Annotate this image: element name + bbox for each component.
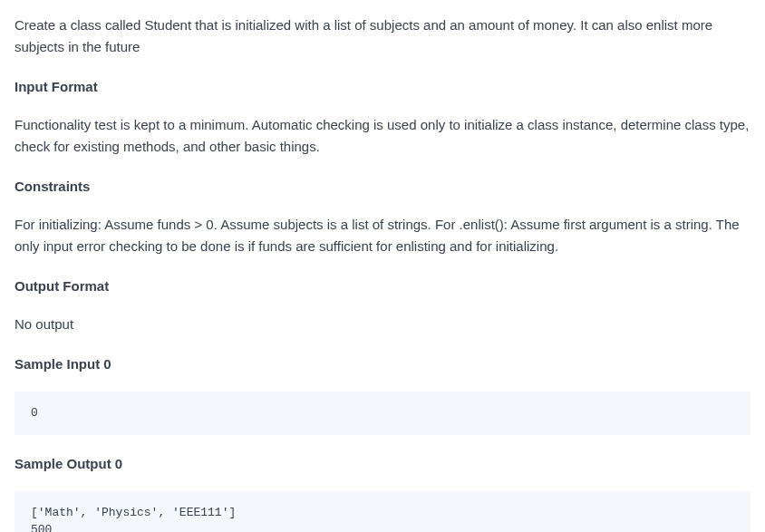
sample-output-code: ['Math', 'Physics', 'EEE111'] 500 (15, 491, 750, 533)
input-format-heading: Input Format (15, 76, 750, 98)
constraints-heading: Constraints (15, 176, 750, 198)
output-format-heading: Output Format (15, 276, 750, 297)
sample-input-heading: Sample Input 0 (15, 353, 750, 375)
problem-description: Create a class called Student that is in… (15, 15, 750, 58)
sample-input-code: 0 (15, 392, 750, 435)
constraints-text: For initializing: Assume funds > 0. Assu… (15, 214, 750, 257)
output-format-text: No output (15, 314, 750, 335)
sample-output-heading: Sample Output 0 (15, 453, 750, 475)
input-format-text: Functionality test is kept to a minimum.… (15, 114, 750, 158)
